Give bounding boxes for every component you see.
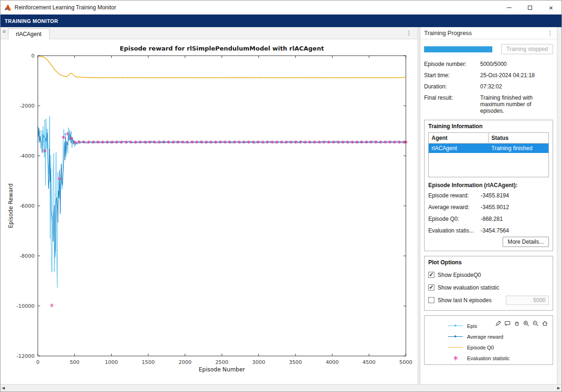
svg-text:2500: 2500 [215, 359, 228, 365]
average-reward-label: Average reward: [428, 204, 481, 211]
training-progress-fill [424, 46, 492, 52]
documents-menu-icon[interactable]: ≡ [0, 27, 8, 34]
show-last-n-episodes-row: Show last N episodes [428, 294, 549, 306]
maximize-icon [528, 6, 532, 10]
legend-item-average-reward: Average reward [428, 331, 549, 342]
document-menu-ellipsis-icon[interactable]: ⋮ [406, 29, 412, 36]
svg-text:-2000: -2000 [20, 103, 35, 109]
svg-text:4500: 4500 [362, 359, 375, 365]
svg-text:-12000: -12000 [16, 353, 35, 359]
training-progress-bar [424, 46, 492, 52]
svg-text:Episode Reward: Episode Reward [7, 183, 14, 228]
final-result-label: Final result: [424, 94, 480, 114]
zoom-out-icon[interactable] [531, 319, 540, 327]
duration-value: 07:32:02 [480, 83, 553, 90]
svg-text:-10000: -10000 [16, 303, 35, 309]
agent-table-row[interactable]: rlACAgent Training finished [429, 144, 548, 153]
training-progress-header: Training Progress ⋮ [420, 27, 557, 39]
app-window: Reinforcement Learning Training Monitor … [0, 0, 562, 392]
svg-text:3500: 3500 [289, 359, 302, 365]
svg-text:1500: 1500 [142, 359, 155, 365]
toolstrip-tab-training-monitor[interactable]: TRAINING MONITOR [0, 18, 58, 24]
start-time-value: 25-Oct-2024 04:21:18 [480, 72, 553, 79]
svg-text:-8000: -8000 [20, 253, 35, 259]
average-reward-line-sample [448, 336, 463, 337]
legend-label: Average reward [467, 334, 503, 340]
legend-item-episode-q0: Episode Q0 [428, 342, 549, 353]
document-area: ≡ rlACAgent ⋮ 05001000150020002500300035… [0, 27, 418, 384]
document-tabstrip: ≡ rlACAgent ⋮ [0, 27, 418, 39]
matlab-logo-icon [4, 4, 12, 11]
svg-text:0: 0 [31, 53, 35, 59]
svg-text:5000: 5000 [399, 359, 412, 365]
tab-rlacagent[interactable]: rlACAgent [8, 29, 50, 39]
agent-cell: rlACAgent [429, 144, 489, 153]
show-episodeq0-checkbox[interactable] [428, 272, 434, 278]
legend-panel: Epis Average reward Episode Q0 [424, 315, 553, 365]
evaluation-statistic-label: Evaluation statis... [428, 227, 481, 234]
legend-label: Episode Q0 [467, 345, 494, 350]
toolstrip: TRAINING MONITOR [0, 15, 562, 27]
maximize-button[interactable] [519, 0, 540, 15]
episode-number-label: Episode number: [424, 61, 480, 67]
svg-text:0: 0 [36, 359, 39, 365]
horizontal-scrollbar[interactable]: ◀ ▶ [0, 384, 562, 392]
legend-item-evaluation-statistic: Evaluation statistic [428, 353, 549, 363]
more-details-button[interactable]: More Details... [503, 237, 549, 247]
home-icon[interactable] [540, 319, 549, 327]
episode-information-fields: Episode reward: -3455.8194 Average rewar… [428, 192, 549, 234]
agent-column-header: Agent [429, 133, 489, 143]
pan-icon[interactable] [512, 319, 521, 327]
reward-plot: 0500100015002000250030003500400045005000… [0, 39, 418, 384]
episode-reward-value: -3455.8194 [481, 192, 549, 199]
show-episodeq0-label: Show EpisodeQ0 [438, 272, 481, 278]
close-button[interactable]: × [540, 0, 562, 15]
show-last-n-episodes-checkbox[interactable] [428, 297, 434, 303]
tab-label: rlACAgent [16, 31, 42, 37]
brush-icon[interactable] [494, 319, 502, 327]
status-cell: Training finished [489, 144, 548, 153]
legend-label: Epis [467, 323, 477, 329]
svg-text:Episode Number: Episode Number [199, 366, 245, 373]
progress-fields: Episode number: 5000/5000 Start time: 25… [424, 61, 553, 114]
show-evaluation-statistic-row: Show evaluation statistic [428, 281, 549, 294]
svg-text:500: 500 [70, 359, 79, 365]
episode-q0-label: Episode Q0: [428, 216, 481, 222]
agent-status-table: Agent Status rlACAgent Training finished [428, 132, 549, 177]
minimize-icon [507, 7, 512, 8]
training-progress-menu-icon[interactable]: ⋮ [547, 29, 553, 36]
scroll-right-icon[interactable]: ▶ [557, 386, 560, 390]
svg-text:2000: 2000 [179, 359, 192, 365]
show-evaluation-statistic-checkbox[interactable] [428, 284, 434, 290]
training-stopped-button[interactable]: Training stopped [501, 44, 553, 54]
training-progress-panel: Training Progress ⋮ Training stopped Epi… [420, 27, 557, 384]
duration-label: Duration: [424, 83, 480, 90]
svg-text:4000: 4000 [326, 359, 339, 365]
last-n-episodes-input[interactable] [506, 296, 549, 305]
plot-options-title: Plot Options [428, 259, 549, 266]
start-time-label: Start time: [424, 72, 480, 79]
svg-text:-4000: -4000 [20, 153, 35, 159]
asterisk-marker-icon [448, 355, 463, 361]
minimize-button[interactable] [498, 0, 519, 15]
svg-text:Episode reward for rlSimplePen: Episode reward for rlSimplePendulumModel… [120, 45, 324, 52]
window-title: Reinforcement Learning Training Monitor [14, 4, 116, 11]
evaluation-statistic-value: -3454.7564 [481, 227, 549, 234]
svg-text:1000: 1000 [105, 359, 118, 365]
plot-options-panel: Plot Options Show EpisodeQ0 Show evaluat… [424, 256, 553, 311]
vertical-scrollbar[interactable] [557, 27, 562, 384]
status-column-header: Status [489, 133, 548, 143]
show-last-n-episodes-label: Show last N episodes [438, 297, 491, 304]
plot-document: 0500100015002000250030003500400045005000… [0, 39, 418, 384]
final-result-value: Training finished with maximum number of… [480, 94, 553, 114]
window-controls: × [498, 0, 562, 15]
zoom-in-icon[interactable] [522, 319, 530, 327]
average-reward-value: -3455.9012 [481, 204, 549, 211]
axes-toolbar [494, 319, 549, 327]
svg-text:3000: 3000 [252, 359, 265, 365]
progress-row: Training stopped [424, 44, 553, 54]
scroll-left-icon[interactable]: ◀ [2, 386, 5, 390]
episode-reward-line-sample [448, 326, 463, 326]
svg-text:-6000: -6000 [20, 203, 35, 209]
datatip-icon[interactable] [503, 319, 512, 327]
